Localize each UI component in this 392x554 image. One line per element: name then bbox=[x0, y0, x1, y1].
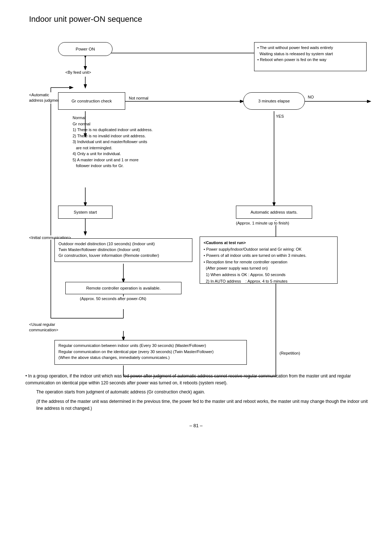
not-normal-label: Not normal bbox=[129, 96, 148, 100]
outdoor-box: Outdoor model distinction (10 seconds) (… bbox=[54, 238, 192, 262]
footnote-indent1: The operation starts from judgment of au… bbox=[36, 389, 370, 396]
approx-1min-label: (Approx. 1 minute up to finish) bbox=[236, 221, 289, 225]
three-min-box: 3 minutes elapse bbox=[243, 92, 305, 110]
usual-comm-label: <Usual regularcommunication> bbox=[29, 322, 58, 333]
regular-comm-box: Regular communication between indoor uni… bbox=[54, 340, 247, 365]
note-box: • The unit without power feed waits enti… bbox=[254, 42, 367, 71]
footnote-bullet1: • In a group operation, if the indoor un… bbox=[25, 373, 370, 387]
no-label: NO bbox=[308, 95, 314, 99]
footnote-section: • In a group operation, if the indoor un… bbox=[22, 373, 370, 412]
page-title: Indoor unit power-ON sequence bbox=[29, 15, 370, 24]
power-on-box: Power ON bbox=[58, 42, 113, 56]
normal-note: Normal Gr normal 1) There is no duplicat… bbox=[73, 115, 196, 169]
by-feed-unit-label: <By feed unit> bbox=[65, 70, 91, 74]
auto-addr-starts-box: Automatic address starts. bbox=[236, 206, 312, 219]
approx-50s-label: (Approx. 50 seconds after power-ON) bbox=[80, 296, 146, 301]
footnote-indent2: (If the address of the master unit was d… bbox=[36, 398, 370, 412]
page-number: – 81 – bbox=[22, 423, 370, 428]
gr-check-box: Gr construction check bbox=[58, 92, 125, 110]
yes-label: YES bbox=[276, 114, 284, 118]
repetition-label: (Repetition) bbox=[279, 351, 300, 355]
cautions-box: <Cautions at test run> • Power supply/In… bbox=[200, 236, 338, 284]
system-start-box: System start bbox=[58, 206, 113, 219]
remote-ctrl-box: Remote controller operation is available… bbox=[65, 282, 181, 294]
flowchart-diagram: Power ON <By feed unit> • The unit witho… bbox=[22, 35, 370, 362]
